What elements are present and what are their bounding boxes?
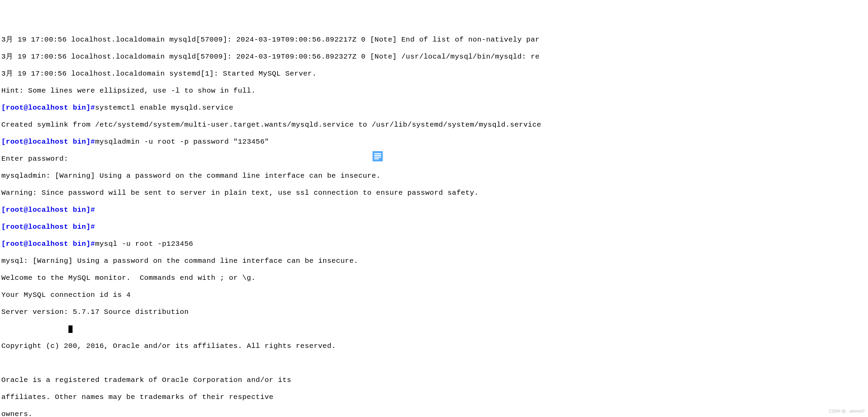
output-welcome: Welcome to the MySQL monitor. Commands e… — [1, 274, 867, 282]
output-copyright-part-b: 00, 2016, Oracle and/or its affiliates. … — [68, 342, 336, 350]
command-systemctl-enable[interactable]: systemctl enable mysqld.service — [95, 104, 233, 112]
output-trademark-3: owners. — [1, 410, 867, 417]
output-connection-id: Your MySQL connection id is 4 — [1, 291, 867, 299]
hint-line: Hint: Some lines were ellipsized, use -l… — [1, 86, 867, 95]
output-mysqladmin-warning: mysqladmin: [Warning] Using a password o… — [1, 172, 867, 180]
watermark: CSDN @…emmm? — [829, 407, 865, 416]
output-mysql-warning: mysql: [Warning] Using a password on the… — [1, 257, 867, 265]
output-enter-password: Enter password: — [1, 155, 867, 163]
log-line-3: 3月 19 17:00:56 localhost.localdomain sys… — [1, 69, 867, 78]
output-password-warning: Warning: Since password will be sent to … — [1, 189, 867, 197]
shell-prompt-3: [root@localhost bin]# — [1, 206, 95, 214]
log-line-1: 3月 19 17:00:56 localhost.localdomain mys… — [1, 35, 867, 44]
shell-prompt-5: [root@localhost bin]# — [1, 240, 95, 248]
shell-prompt-4: [root@localhost bin]# — [1, 223, 95, 231]
cursor-black — [68, 325, 73, 333]
output-server-version: Server version: 5.7.17 Source distributi… — [1, 308, 867, 316]
shell-prompt-2: [root@localhost bin]# — [1, 138, 95, 146]
output-trademark-1: Oracle is a registered trademark of Orac… — [1, 376, 867, 384]
command-mysqladmin[interactable]: mysqladmin -u root -p password "123456" — [95, 138, 269, 146]
output-copyright-part-a: Copyright (c) 2 — [1, 342, 68, 350]
command-mysql-login[interactable]: mysql -u root -p123456 — [95, 240, 193, 248]
document-icon[interactable] — [373, 151, 383, 161]
output-symlink: Created symlink from /etc/systemd/system… — [1, 121, 867, 129]
log-line-2: 3月 19 17:00:56 localhost.localdomain mys… — [1, 52, 867, 61]
output-trademark-2: affiliates. Other names may be trademark… — [1, 393, 867, 401]
shell-prompt-1: [root@localhost bin]# — [1, 104, 95, 112]
